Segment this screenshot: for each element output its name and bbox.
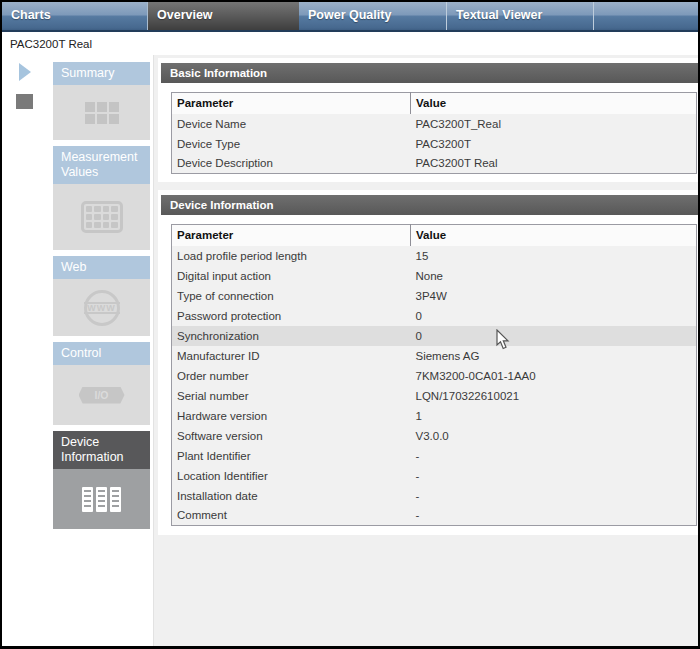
parameter-cell: Software version xyxy=(172,426,411,446)
value-cell: 0 xyxy=(411,326,697,346)
sidebar: SummaryMeasurement ValuesWebWWWControlI/… xyxy=(53,62,150,535)
parameter-table: ParameterValueLoad profile period length… xyxy=(171,224,697,526)
table-row[interactable]: Password protection0 xyxy=(172,306,697,326)
table-row[interactable]: Order number7KM3200-0CA01-1AA0 xyxy=(172,366,697,386)
parameter-cell: Location Identifier xyxy=(172,466,411,486)
table-row[interactable]: Device DescriptionPAC3200T Real xyxy=(172,154,697,174)
sidebar-item-label: Summary xyxy=(53,62,150,85)
table-row[interactable]: Comment- xyxy=(172,506,697,526)
parameter-cell: Type of connection xyxy=(172,286,411,306)
value-cell: 0 xyxy=(411,306,697,326)
device-information-section: Device InformationParameterValueLoad pro… xyxy=(158,190,698,535)
tab-charts[interactable]: Charts xyxy=(2,2,148,30)
sidebar-item-control[interactable]: ControlI/O xyxy=(53,342,150,425)
column-header-parameter: Parameter xyxy=(172,93,411,114)
table-row[interactable]: Device TypePAC3200T xyxy=(172,134,697,154)
tab-power-quality[interactable]: Power Quality xyxy=(299,2,447,30)
app-window: ChartsOverviewPower QualityTextual Viewe… xyxy=(0,0,700,649)
sidebar-item-label: Web xyxy=(53,256,150,279)
value-cell: - xyxy=(411,466,697,486)
table-row[interactable]: Digital input actionNone xyxy=(172,266,697,286)
table-row[interactable]: Synchronization0 xyxy=(172,326,697,346)
io-control-icon: I/O xyxy=(79,387,125,404)
value-cell: - xyxy=(411,446,697,466)
sidebar-item-label: Device Information xyxy=(53,431,150,469)
parameter-cell: Device Name xyxy=(172,114,411,134)
play-arrow-icon[interactable] xyxy=(19,63,31,81)
value-cell: 3P4W xyxy=(411,286,697,306)
device-docs-icon xyxy=(82,487,121,512)
value-cell: PAC3200T Real xyxy=(411,154,697,174)
parameter-cell: Manufacturer ID xyxy=(172,346,411,366)
value-cell: PAC3200T xyxy=(411,134,697,154)
parameter-cell: Load profile period length xyxy=(172,246,411,266)
main-panel: Basic InformationParameterValueDevice Na… xyxy=(153,55,698,646)
tab-overview[interactable]: Overview xyxy=(148,2,299,30)
parameter-cell: Hardware version xyxy=(172,406,411,426)
sidebar-item-web[interactable]: WebWWW xyxy=(53,256,150,336)
column-header-parameter: Parameter xyxy=(172,225,411,246)
www-globe-icon: WWW xyxy=(84,290,120,326)
table-row[interactable]: Load profile period length15 xyxy=(172,246,697,266)
column-header-value: Value xyxy=(411,93,697,114)
parameter-cell: Serial number xyxy=(172,386,411,406)
sidebar-item-measurement-values[interactable]: Measurement Values xyxy=(53,146,150,250)
tab-textual-viewer[interactable]: Textual Viewer xyxy=(447,2,594,30)
value-cell: 7KM3200-0CA01-1AA0 xyxy=(411,366,697,386)
table-row[interactable]: Device NamePAC3200T_Real xyxy=(172,114,697,134)
section-title: Basic Information xyxy=(161,63,698,83)
sidebar-item-summary[interactable]: Summary xyxy=(53,62,150,140)
tab-bar: ChartsOverviewPower QualityTextual Viewe… xyxy=(2,2,698,32)
section-title: Device Information xyxy=(161,195,698,215)
value-cell: Siemens AG xyxy=(411,346,697,366)
sidebar-item-device-information[interactable]: Device Information xyxy=(53,431,150,529)
value-cell: - xyxy=(411,506,697,526)
table-row[interactable]: Installation date- xyxy=(172,486,697,506)
parameter-cell: Plant Identifier xyxy=(172,446,411,466)
parameter-table: ParameterValueDevice NamePAC3200T_RealDe… xyxy=(171,92,697,174)
parameter-cell: Synchronization xyxy=(172,326,411,346)
table-row[interactable]: Plant Identifier- xyxy=(172,446,697,466)
parameter-cell: Order number xyxy=(172,366,411,386)
table-header-row: ParameterValue xyxy=(172,93,697,114)
value-cell: LQN/170322610021 xyxy=(411,386,697,406)
table-header-row: ParameterValue xyxy=(172,225,697,246)
sidebar-item-label: Measurement Values xyxy=(53,146,150,184)
value-cell: 15 xyxy=(411,246,697,266)
device-label: PAC3200T Real xyxy=(10,38,92,50)
measurement-table-icon xyxy=(81,201,123,233)
parameter-cell: Comment xyxy=(172,506,411,526)
table-row[interactable]: Type of connection3P4W xyxy=(172,286,697,306)
table-row[interactable]: Manufacturer IDSiemens AG xyxy=(172,346,697,366)
parameter-cell: Password protection xyxy=(172,306,411,326)
value-cell: None xyxy=(411,266,697,286)
value-cell: V3.0.0 xyxy=(411,426,697,446)
stop-square-icon[interactable] xyxy=(16,94,33,109)
basic-information-section: Basic InformationParameterValueDevice Na… xyxy=(158,58,698,182)
parameter-cell: Device Description xyxy=(172,154,411,174)
parameter-cell: Digital input action xyxy=(172,266,411,286)
sidebar-item-label: Control xyxy=(53,342,150,365)
table-row[interactable]: Software versionV3.0.0 xyxy=(172,426,697,446)
value-cell: 1 xyxy=(411,406,697,426)
parameter-cell: Installation date xyxy=(172,486,411,506)
summary-grid-icon xyxy=(85,102,119,124)
column-header-value: Value xyxy=(411,225,697,246)
parameter-cell: Device Type xyxy=(172,134,411,154)
table-row[interactable]: Serial numberLQN/170322610021 xyxy=(172,386,697,406)
table-row[interactable]: Hardware version1 xyxy=(172,406,697,426)
value-cell: - xyxy=(411,486,697,506)
table-row[interactable]: Location Identifier- xyxy=(172,466,697,486)
value-cell: PAC3200T_Real xyxy=(411,114,697,134)
